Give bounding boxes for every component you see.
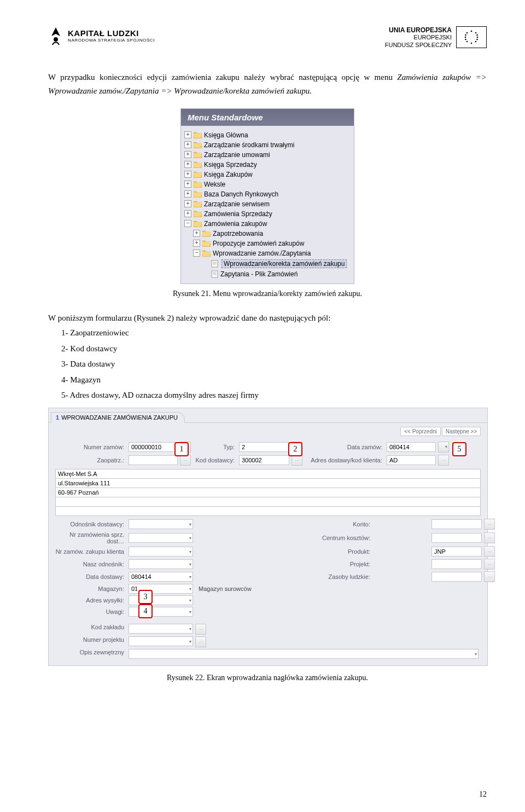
input-numer-zamow[interactable]: 000000010	[129, 442, 178, 452]
form-input[interactable]	[129, 624, 193, 634]
header-left: KAPITAŁ LUDZKI NARODOWA STRATEGIA SPÓJNO…	[48, 26, 155, 46]
menu-item[interactable]: −Wprowadzanie zamów./Zapytania	[184, 248, 351, 258]
svg-point-8	[466, 41, 468, 43]
svg-point-11	[476, 34, 478, 36]
menu-item[interactable]: +Zarządzanie serwisem	[184, 199, 351, 209]
form-input[interactable]	[129, 559, 193, 569]
figure-caption-22: Rysunek 22. Ekran wprowadzania nagłówka …	[48, 674, 487, 682]
form-input[interactable]	[129, 636, 193, 646]
form-input[interactable]: 080414	[129, 572, 193, 582]
lookup-icon[interactable]: …	[195, 636, 206, 647]
menu-item-label: Księga Zakupów	[204, 171, 253, 178]
label-typ: Typ:	[193, 444, 237, 450]
menu-item[interactable]: Wprowadzanie/korekta zamówień zakupu	[184, 258, 351, 269]
form-input[interactable]	[129, 649, 479, 659]
prev-button[interactable]: << Poprzedni	[400, 427, 441, 436]
form-input[interactable]	[431, 559, 482, 569]
menu-item[interactable]: +Baza Danych Rynkowych	[184, 189, 351, 199]
input-data-zamow[interactable]: 080414	[387, 442, 436, 452]
form-input[interactable]	[431, 519, 482, 529]
menu-item[interactable]: +Propozycje zamówień zakupów	[184, 239, 351, 248]
form-label: Centrum kosztów:	[307, 535, 372, 541]
address-line	[55, 497, 481, 507]
expand-icon[interactable]: +	[193, 240, 200, 247]
form-label: Konto:	[307, 521, 372, 527]
lookup-icon[interactable]: …	[291, 455, 302, 466]
menu-item[interactable]: −Zamówienia zakupów	[184, 219, 351, 229]
document-icon	[211, 260, 218, 268]
expand-icon[interactable]: +	[184, 181, 191, 188]
menu-item-label: Wprowadzanie zamów./Zapytania	[213, 250, 311, 257]
menu-item[interactable]: +Zamówienia Sprzedaży	[184, 209, 351, 219]
lookup-icon[interactable]: …	[438, 455, 449, 466]
menu-item[interactable]: +Księga Sprzedaży	[184, 160, 351, 170]
form-input[interactable]	[431, 533, 482, 543]
menu-item-label: Zamówienia zakupów	[204, 220, 267, 228]
menu-item-label: Propozycje zamówień zakupów	[213, 240, 304, 247]
expand-icon[interactable]: +	[184, 161, 191, 168]
document-icon	[211, 270, 218, 278]
expand-icon[interactable]: +	[184, 131, 191, 138]
expand-icon[interactable]: +	[184, 151, 191, 158]
list-item: 3- Data dostawy	[61, 356, 487, 372]
menu-item[interactable]: +Zarządzanie środkami trwałymi	[184, 140, 351, 150]
form-input[interactable]	[431, 572, 482, 582]
lookup-icon[interactable]: …	[484, 519, 495, 530]
expand-icon[interactable]: +	[184, 200, 191, 207]
lookup-icon[interactable]: …	[195, 624, 206, 635]
expand-icon[interactable]: +	[184, 171, 191, 178]
form-input[interactable]	[129, 519, 193, 529]
svg-point-5	[477, 37, 479, 38]
list-item: 1- Zaopatrzeniowiec	[61, 325, 487, 341]
form-input[interactable]	[129, 533, 193, 543]
collapse-icon[interactable]: −	[184, 220, 191, 227]
menu-item[interactable]: Zapytania - Plik Zamówień	[184, 269, 351, 279]
lookup-icon[interactable]: …	[484, 571, 495, 582]
input-zaopatrz[interactable]	[129, 455, 178, 465]
form-label: Nasz odnośnik:	[55, 561, 126, 567]
kapital-title: KAPITAŁ LUDZKI	[68, 29, 155, 38]
form-readonly: Magazyn surowców	[195, 585, 305, 592]
svg-rect-18	[212, 271, 218, 277]
supplier-address-block: Wkręt-Met S.Aul.Starowiejska 11160-967 P…	[55, 469, 481, 516]
form-input[interactable]: JNP	[431, 547, 482, 556]
dropdown-icon[interactable]	[438, 442, 449, 453]
input-typ[interactable]: 2	[239, 442, 289, 452]
form-input[interactable]	[129, 547, 193, 556]
expand-icon[interactable]: +	[193, 230, 200, 237]
form-label: Zasoby ludzkie:	[307, 573, 372, 580]
folder-icon	[194, 200, 202, 207]
address-line: ul.Starowiejska 111	[55, 478, 481, 488]
svg-point-10	[465, 34, 466, 36]
lookup-icon[interactable]: …	[484, 559, 495, 570]
menu-item[interactable]: +Księga Główna	[184, 130, 351, 140]
svg-point-2	[471, 31, 472, 32]
form-label: Adres wysyłki:	[55, 597, 126, 604]
label-adres-dostawy: Adres dostawy/kod klienta:	[305, 457, 384, 463]
collapse-icon[interactable]: −	[193, 250, 200, 257]
label-zaopatrz: Zaopatrz.:	[55, 457, 126, 463]
label-data-zamow: Data zamów:	[305, 444, 384, 450]
next-button[interactable]: Następne >>	[442, 427, 481, 436]
expand-icon[interactable]: +	[184, 190, 191, 198]
svg-point-7	[475, 32, 477, 34]
list-item: 5- Adres dostawy, AD oznacza domyślny ad…	[61, 387, 487, 403]
menu-item-label: Zarządzanie umowami	[204, 151, 270, 159]
input-adres-dostawy[interactable]: AD	[387, 455, 436, 465]
menu-item-label: Zarządzanie serwisem	[204, 200, 270, 208]
lookup-icon[interactable]: …	[180, 455, 191, 466]
lookup-icon[interactable]: …	[484, 532, 495, 543]
list-item: 4- Magazyn	[61, 372, 487, 388]
callout-2: 2	[288, 442, 302, 456]
form-label: Nr zamówienia sprz. dost…	[55, 531, 126, 544]
input-kod-dostawcy[interactable]: 300002	[239, 455, 289, 465]
menu-item[interactable]: +Zapotrzebowania	[184, 229, 351, 239]
expand-icon[interactable]: +	[184, 141, 191, 148]
form-tab[interactable]: 1WPROWADZANIE ZAMÓWIENIA ZAKUPU	[51, 412, 185, 423]
expand-icon[interactable]: +	[184, 210, 191, 217]
menu-item[interactable]: +Weksle	[184, 179, 351, 189]
lookup-icon[interactable]: …	[484, 546, 495, 557]
form-label: Odnośnik dostawcy:	[55, 521, 126, 527]
menu-item[interactable]: +Księga Zakupów	[184, 170, 351, 179]
menu-item[interactable]: +Zarządzanie umowami	[184, 150, 351, 160]
